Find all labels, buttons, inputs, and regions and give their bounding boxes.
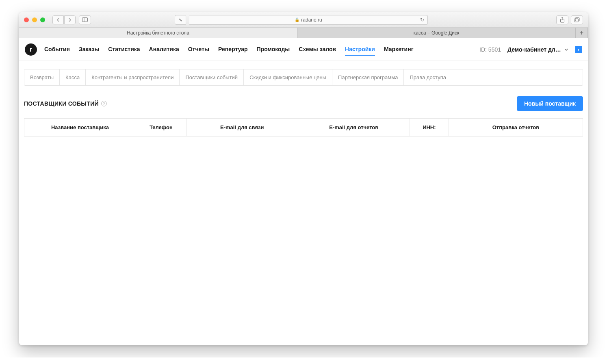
lock-icon: 🔒 [295, 17, 299, 22]
close-icon[interactable] [24, 17, 29, 22]
window-controls [24, 17, 45, 22]
page-header: ПОСТАВЩИКИ СОБЫТИЙ ? Новый поставщик [19, 86, 588, 118]
nav-halls[interactable]: Схемы залов [299, 43, 336, 56]
address-bar[interactable]: 🔒 radario.ru ↻ [189, 15, 428, 25]
nav-repertoire[interactable]: Репертуар [218, 43, 248, 56]
reader-button[interactable] [175, 15, 186, 25]
nav-right: ID: 5501 Демо-кабинет для… r [479, 46, 582, 53]
subnav-access[interactable]: Права доступа [404, 69, 452, 85]
new-tab-button[interactable]: + [576, 28, 588, 38]
nav-analytics[interactable]: Аналитика [149, 43, 179, 56]
nav-settings[interactable]: Настройки [345, 43, 375, 56]
th-report-email: E-mail для отчетов [298, 119, 410, 136]
subnav-cashier[interactable]: Касса [60, 69, 86, 85]
page-content: r События Заказы Статистика Аналитика От… [19, 38, 588, 345]
tab-label: Настройка билетного стола [127, 30, 189, 36]
logo[interactable]: r [25, 43, 37, 56]
svg-rect-3 [574, 19, 579, 22]
tab-label: касса – Google Диск [414, 30, 459, 36]
svg-rect-4 [575, 17, 579, 21]
account-name: Демо-кабинет для… [507, 46, 562, 53]
nav-marketing[interactable]: Маркетинг [384, 43, 414, 56]
th-send: Отправка отчетов [449, 119, 583, 136]
page-title: ПОСТАВЩИКИ СОБЫТИЙ ? [24, 100, 107, 107]
chevron-down-icon [564, 48, 568, 51]
subnav-suppliers[interactable]: Поставщики событий [180, 69, 244, 85]
share-button[interactable] [556, 15, 568, 24]
th-name: Название поставщика [24, 119, 136, 136]
help-icon[interactable]: ? [101, 101, 107, 106]
settings-subnav: Возвраты Касса Контрагенты и распростран… [24, 69, 583, 86]
account-id: ID: 5501 [479, 46, 501, 53]
maximize-icon[interactable] [40, 17, 45, 22]
nav-items: События Заказы Статистика Аналитика Отче… [44, 43, 413, 56]
nav-promo[interactable]: Промокоды [257, 43, 290, 56]
sidebar-toggle[interactable] [79, 15, 91, 24]
titlebar: 🔒 radario.ru ↻ [19, 12, 588, 28]
th-phone: Телефон [136, 119, 186, 136]
nav-events[interactable]: События [44, 43, 70, 56]
browser-tab-1[interactable]: касса – Google Диск [297, 28, 576, 38]
nav-orders[interactable]: Заказы [79, 43, 99, 56]
browser-tab-0[interactable]: Настройка билетного стола [19, 28, 297, 38]
new-supplier-button[interactable]: Новый поставщик [517, 96, 583, 111]
subnav-partners[interactable]: Партнерская программа [332, 69, 404, 85]
browser-window: 🔒 radario.ru ↻ Настройка билетного стола… [19, 12, 588, 345]
th-inn: ИНН: [410, 119, 449, 136]
nav-stats[interactable]: Статистика [108, 43, 140, 56]
tabs-button[interactable] [571, 15, 583, 24]
toolbar-right [556, 15, 583, 24]
svg-rect-0 [82, 18, 88, 22]
app-nav: r События Заказы Статистика Аналитика От… [19, 38, 588, 61]
minimize-icon[interactable] [32, 17, 37, 22]
account-menu[interactable]: Демо-кабинет для… [507, 46, 568, 53]
nav-reports[interactable]: Отчеты [188, 43, 209, 56]
subnav-discounts[interactable]: Скидки и фиксированные цены [244, 69, 332, 85]
browser-tabs: Настройка билетного стола касса – Google… [19, 28, 588, 38]
back-button[interactable] [52, 15, 64, 24]
app-badge-icon[interactable]: r [575, 46, 582, 53]
nav-buttons [52, 15, 76, 24]
suppliers-table: Название поставщика Телефон E-mail для с… [24, 118, 583, 136]
url-text: radario.ru [301, 17, 322, 23]
subnav-returns[interactable]: Возвраты [24, 69, 60, 85]
reload-icon[interactable]: ↻ [420, 17, 424, 23]
th-email: E-mail для связи [186, 119, 298, 136]
subnav-agents[interactable]: Контрагенты и распространители [86, 69, 180, 85]
forward-button[interactable] [64, 15, 76, 24]
